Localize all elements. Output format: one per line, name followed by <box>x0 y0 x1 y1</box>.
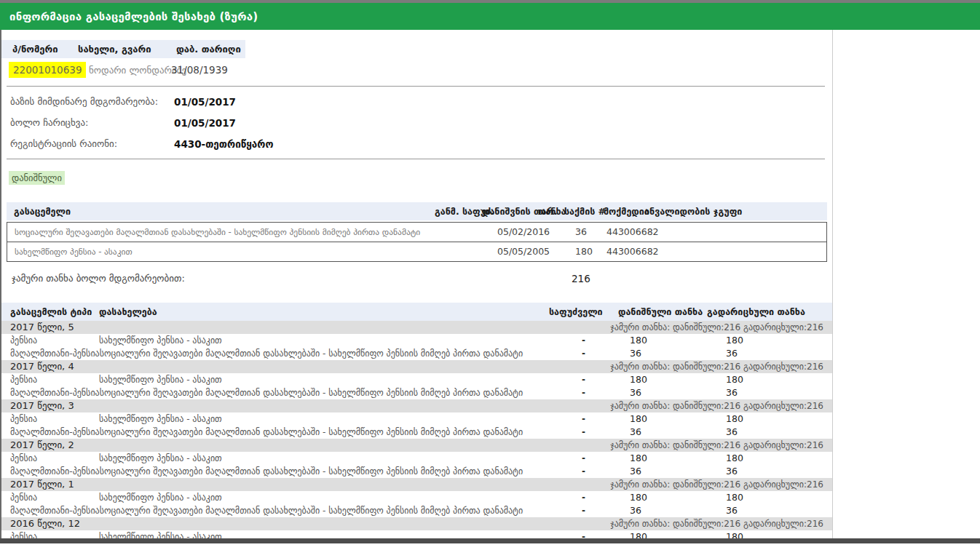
person-id-highlight: 22001010639 <box>9 62 86 78</box>
benefit-assign-date: 05/02/2016 <box>497 223 550 242</box>
payment-group-header: 2017 წელი, 2 ჯამური თანხა: დანიშნული:216… <box>1 439 832 452</box>
payment-name: სახელმწიფო პენსია - ასაკით <box>99 375 222 385</box>
payment-name: სოციალური შეღავათები მაღალმთიან დასახლებ… <box>100 388 523 398</box>
payment-transferred-amount: 180 <box>707 452 823 464</box>
payment-basis: - <box>549 505 618 517</box>
benefits-col-name: გასაცემელი <box>14 202 71 220</box>
assigned-status-badge: დანიშნული <box>9 171 65 185</box>
group-period-label: 2017 წელი, 3 <box>10 399 610 412</box>
payment-transferred-amount: 180 <box>707 334 823 346</box>
payment-type: მაღალმთიანი-პენსია <box>10 387 100 399</box>
payment-name: სახელმწიფო პენსია - ასაკით <box>99 532 222 538</box>
benefit-case-number: 443006682 <box>606 223 659 242</box>
info-window: ინფორმაცია გასაცემლების შესახებ (ზურა) პ… <box>0 0 980 550</box>
payment-row-main: პენსიასახელმწიფო პენსია - ასაკით <box>10 335 549 347</box>
payment-assigned-amount: 36 <box>618 386 707 399</box>
benefit-case-number: 443006682 <box>606 242 659 261</box>
payment-row-main: პენსიასახელმწიფო პენსია - ასაკით <box>10 413 549 426</box>
benefit-amount: 180 <box>575 242 593 261</box>
person-col-name: სახელი, გვარი <box>78 40 151 58</box>
group-total-summary: ჯამური თანხა: დანიშნული:216 გადარიცხული:… <box>610 518 823 530</box>
divider <box>7 86 825 87</box>
payment-group-header: 2017 წელი, 3 ჯამური თანხა: დანიშნული:216… <box>1 399 832 412</box>
payment-basis: - <box>549 466 618 478</box>
group-total-summary: ჯამური თანხა: დანიშნული:216 გადარიცხული:… <box>610 361 823 373</box>
group-period-label: 2017 წელი, 1 <box>10 478 610 490</box>
group-period-label: 2017 წელი, 2 <box>10 439 610 451</box>
payment-row-main: მაღალმთიანი-პენსიასოციალური შეღავათები მ… <box>10 466 549 478</box>
payment-row: პენსიასახელმწიფო პენსია - ასაკით - 180 1… <box>1 373 832 386</box>
payment-type: მაღალმთიანი-პენსია <box>10 348 100 360</box>
benefit-assign-date: 05/05/2005 <box>497 242 550 261</box>
group-total-summary: ჯამური თანხა: დანიშნული:216 გადარიცხული:… <box>610 400 823 412</box>
payment-transferred-amount: 36 <box>707 386 823 399</box>
benefits-table-header: გასაცემელი განმ. საფუძ. დანიშვნის თარ. თ… <box>7 202 827 220</box>
payments-col-basis: საფუძველი <box>549 306 618 317</box>
payment-name: სოციალური შეღავათები მაღალმთიან დასახლებ… <box>100 427 523 437</box>
info-value: 01/05/2017 <box>174 96 236 108</box>
payment-name: სახელმწიფო პენსია - ასაკით <box>99 335 222 346</box>
payment-name: სახელმწიფო პენსია - ასაკით <box>99 493 222 503</box>
payment-row: მაღალმთიანი-პენსიასოციალური შეღავათები მ… <box>1 504 832 517</box>
person-row: 22001010639 ნოდარი ლონდარიძე 31/08/1939 <box>1 58 832 81</box>
payment-transferred-amount: 180 <box>707 412 823 425</box>
payment-assigned-amount: 180 <box>618 373 707 386</box>
payment-name: სოციალური შეღავათები მაღალმთიან დასახლებ… <box>100 348 523 359</box>
info-row: ბოლო ჩარიცხვა: 01/05/2017 <box>1 112 832 133</box>
payment-row: პენსიასახელმწიფო პენსია - ასაკით - 180 1… <box>1 491 832 504</box>
payment-assigned-amount: 36 <box>618 504 707 517</box>
payment-group-header: 2016 წელი, 12 ჯამური თანხა: დანიშნული:21… <box>1 517 832 530</box>
payment-group: 2017 წელი, 5 ჯამური თანხა: დანიშნული:216… <box>1 321 832 360</box>
payment-type: მაღალმთიანი-პენსია <box>10 505 100 517</box>
benefits-col-active: მოქმედია <box>604 202 649 220</box>
payment-name: სოციალური შეღავათები მაღალმთიან დასახლებ… <box>100 466 523 477</box>
payment-row-main: მაღალმთიანი-პენსიასოციალური შეღავათები მ… <box>10 505 549 517</box>
payment-assigned-amount: 36 <box>618 347 707 359</box>
benefit-name: სახელმწიფო პენსია - ასაკით <box>15 242 133 261</box>
payments-col-type: გასაცემლის ტიპი <box>10 306 99 317</box>
info-label: ბაზის მიმდინარე მდგომარეობა: <box>1 96 174 107</box>
group-total-summary: ჯამური თანხა: დანიშნული:216 გადარიცხული:… <box>610 479 823 491</box>
payment-name: სოციალური შეღავათები მაღალმთიან დასახლებ… <box>100 506 523 516</box>
payments-col-assigned: დანიშნული თანხა <box>618 306 707 317</box>
payment-group-header: 2017 წელი, 4 ჯამური თანხა: დანიშნული:216… <box>1 360 832 373</box>
window-bottom-edge <box>0 538 980 543</box>
payment-type: პენსია <box>10 531 99 538</box>
benefits-col-amount: თანხა <box>538 202 566 220</box>
content-panel: პ/ნომერი სახელი, გვარი დაბ. თარიღი 22001… <box>0 30 833 538</box>
payment-group: 2017 წელი, 1 ჯამური თანხა: დანიშნული:216… <box>1 478 832 517</box>
payment-row: მაღალმთიანი-პენსიასოციალური შეღავათები მ… <box>1 386 832 399</box>
person-col-birthdate: დაბ. თარიღი <box>176 40 241 58</box>
payment-type: მაღალმთიანი-პენსია <box>10 466 100 478</box>
payment-row-main: პენსიასახელმწიფო პენსია - ასაკით <box>10 374 549 386</box>
group-period-label: 2017 წელი, 4 <box>10 360 610 372</box>
payment-row: მაღალმთიანი-პენსიასოციალური შეღავათები მ… <box>1 465 832 478</box>
payment-transferred-amount: 180 <box>707 530 823 538</box>
payment-name: სახელმწიფო პენსია - ასაკით <box>99 453 222 463</box>
benefits-total-value: 216 <box>572 268 590 290</box>
benefit-name: სოციალური შეღავათები მაღალმთიან დასახლებ… <box>15 223 420 242</box>
benefit-amount: 36 <box>575 223 587 242</box>
payment-type: პენსია <box>10 492 99 504</box>
benefits-col-case: საქმის # <box>564 202 606 220</box>
payment-groups: 2017 წელი, 5 ჯამური თანხა: დანიშნული:216… <box>1 321 832 538</box>
payment-row-main: პენსიასახელმწიფო პენსია - ასაკით <box>10 453 549 465</box>
payment-basis: - <box>549 335 618 347</box>
payment-row-main: მაღალმთიანი-პენსიასოციალური შეღავათები მ… <box>10 348 549 360</box>
payment-name: სახელმწიფო პენსია - ასაკით <box>99 414 222 424</box>
payment-row-main: პენსიასახელმწიფო პენსია - ასაკით <box>10 492 549 504</box>
payment-assigned-amount: 180 <box>618 452 707 464</box>
payment-basis: - <box>549 531 618 538</box>
payment-group-header: 2017 წელი, 5 ჯამური თანხა: დანიშნული:216… <box>1 321 832 334</box>
info-label: ბოლო ჩარიცხვა: <box>1 117 174 128</box>
payment-row: პენსიასახელმწიფო პენსია - ასაკით - 180 1… <box>1 530 832 538</box>
benefits-table-body: სოციალური შეღავათები მაღალმთიან დასახლებ… <box>7 222 827 262</box>
info-fields: ბაზის მიმდინარე მდგომარეობა: 01/05/2017 … <box>1 91 832 154</box>
benefits-col-disability: ინვალიდობის ჯგუფი <box>644 202 742 220</box>
group-total-summary: ჯამური თანხა: დანიშნული:216 გადარიცხული:… <box>610 439 823 452</box>
payment-type: მაღალმთიანი-პენსია <box>10 426 100 439</box>
payment-group: 2017 წელი, 2 ჯამური თანხა: დანიშნული:216… <box>1 439 832 478</box>
payment-assigned-amount: 180 <box>618 491 707 503</box>
info-row: რეგისტრაციის რაიონი: 4430-თეთრიწყარო <box>1 133 832 154</box>
payment-row: მაღალმთიანი-პენსიასოციალური შეღავათები მ… <box>1 347 832 360</box>
